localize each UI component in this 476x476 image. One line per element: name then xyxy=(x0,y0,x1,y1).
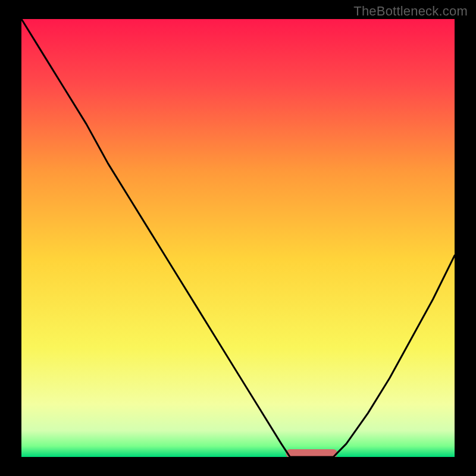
bottleneck-chart xyxy=(0,0,476,476)
plot-background xyxy=(21,19,455,457)
watermark-text: TheBottleneck.com xyxy=(353,4,468,19)
chart-frame: TheBottleneck.com xyxy=(0,0,476,476)
